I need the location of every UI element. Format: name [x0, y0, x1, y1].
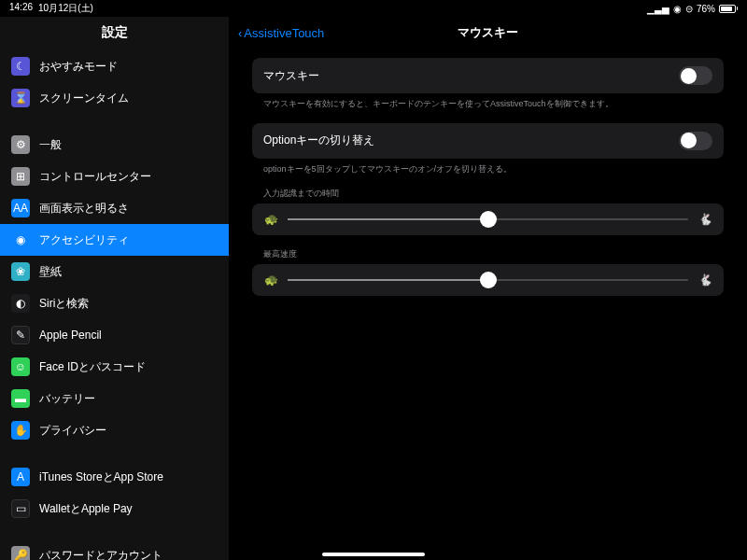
privacy-icon: ✋: [11, 421, 30, 440]
sidebar-item-display[interactable]: AA画面表示と明るさ: [0, 192, 229, 224]
sidebar-item-passwords[interactable]: 🔑パスワードとアカウント: [0, 539, 229, 560]
sidebar-item-pencil[interactable]: ✎Apple Pencil: [0, 319, 229, 351]
battery-icon: [719, 5, 738, 13]
battery-icon: ▬: [11, 389, 30, 408]
mouse-keys-desc: マウスキーを有効にすると、キーボードのテンキーを使ってAssistiveTouc…: [252, 93, 724, 110]
sidebar-item-control[interactable]: ⊞コントロールセンター: [0, 161, 229, 192]
battery-pct: 76%: [697, 4, 715, 14]
detail-header: ‹ AssistiveTouch マウスキー: [229, 17, 747, 49]
page-title: マウスキー: [458, 24, 518, 41]
sidebar-item-faceid[interactable]: ☺Face IDとパスコード: [0, 351, 229, 383]
sidebar-item-label: パスワードとアカウント: [39, 548, 162, 561]
mouse-keys-toggle[interactable]: [679, 66, 712, 85]
sidebar-item-itunes[interactable]: AiTunes StoreとApp Store: [0, 461, 229, 493]
itunes-icon: A: [11, 468, 30, 486]
back-button[interactable]: ‹ AssistiveTouch: [238, 26, 324, 40]
delay-slider[interactable]: [288, 218, 688, 220]
wifi-icon: ◉: [673, 4, 682, 14]
sidebar-item-moon[interactable]: ☾おやすみモード: [0, 50, 229, 82]
rabbit-fast-icon: 🐇: [698, 273, 712, 287]
sidebar-item-label: iTunes StoreとApp Store: [39, 469, 163, 485]
sidebar-item-label: アクセシビリティ: [39, 232, 129, 248]
sidebar-item-privacy[interactable]: ✋プライバシー: [0, 414, 229, 446]
option-key-desc: optionキーを5回タップしてマウスキーのオン/オフを切り替える。: [252, 159, 724, 175]
speed-slider-thumb[interactable]: [480, 272, 497, 288]
sidebar-item-label: 一般: [39, 137, 62, 153]
sidebar-item-siri[interactable]: ◐Siriと検索: [0, 287, 229, 319]
pencil-icon: ✎: [11, 326, 30, 344]
rabbit-fast-icon: 🐇: [698, 213, 712, 226]
back-label: AssistiveTouch: [244, 26, 324, 40]
access-icon: ◉: [11, 231, 30, 249]
moon-icon: ☾: [11, 57, 30, 76]
siri-icon: ◐: [11, 294, 30, 313]
sidebar-item-label: 壁紙: [39, 264, 62, 280]
status-time: 14:26: [9, 2, 33, 15]
sidebar-item-gear[interactable]: ⚙一般: [0, 129, 229, 161]
delay-slider-thumb[interactable]: [480, 211, 497, 228]
option-key-toggle[interactable]: [679, 132, 712, 150]
tortoise-slow-icon: 🐢: [263, 213, 278, 226]
status-date: 10月12日(土): [38, 2, 93, 15]
detail-panel: ‹ AssistiveTouch マウスキー マウスキー マウスキーを有効にする…: [229, 17, 747, 560]
sidebar-item-label: WalletとApple Pay: [39, 501, 133, 517]
sidebar-item-label: Face IDとパスコード: [39, 359, 146, 375]
option-key-label: Optionキーの切り替え: [263, 133, 374, 148]
speed-label: 最高速度: [252, 248, 724, 264]
faceid-icon: ☺: [11, 357, 30, 376]
display-icon: AA: [11, 199, 30, 217]
chevron-left-icon: ‹: [238, 26, 242, 40]
sidebar-item-wall[interactable]: ❀壁紙: [0, 256, 229, 287]
wallet-icon: ▭: [11, 499, 30, 518]
control-icon: ⊞: [11, 167, 30, 186]
passwords-icon: 🔑: [11, 546, 30, 560]
sidebar-item-label: スクリーンタイム: [39, 91, 129, 106]
sidebar-item-label: おやすみモード: [39, 59, 118, 75]
status-bar: 14:26 10月12日(土) ▁▃▅ ◉ ⊝ 76%: [0, 0, 747, 17]
sidebar-item-label: プライバシー: [39, 423, 106, 439]
sidebar-item-wallet[interactable]: ▭WalletとApple Pay: [0, 493, 229, 525]
signal-icon: ▁▃▅: [647, 4, 669, 14]
sidebar-item-battery[interactable]: ▬バッテリー: [0, 383, 229, 414]
delay-label: 入力認識までの時間: [252, 188, 724, 203]
wall-icon: ❀: [11, 262, 30, 281]
home-indicator[interactable]: [322, 553, 425, 556]
option-key-toggle-row: Optionキーの切り替え: [252, 123, 724, 159]
mouse-keys-toggle-row: マウスキー: [252, 58, 724, 93]
delay-slider-row: 🐢 🐇: [252, 203, 724, 235]
sidebar-title: 設定: [0, 17, 229, 50]
tortoise-slow-icon: 🐢: [263, 273, 278, 287]
sidebar-item-label: Apple Pencil: [39, 329, 102, 342]
sidebar-item-label: Siriと検索: [39, 296, 89, 312]
sidebar-item-label: 画面表示と明るさ: [39, 201, 129, 217]
sidebar-item-label: バッテリー: [39, 391, 95, 407]
hourglass-icon: ⌛: [11, 89, 30, 107]
mouse-keys-label: マウスキー: [263, 68, 319, 84]
rotation-lock-icon: ⊝: [685, 4, 693, 14]
gear-icon: ⚙: [11, 135, 30, 154]
settings-sidebar: 設定 ☾おやすみモード⌛スクリーンタイム⚙一般⊞コントロールセンターAA画面表示…: [0, 17, 229, 560]
speed-slider[interactable]: [288, 279, 688, 281]
sidebar-item-hourglass[interactable]: ⌛スクリーンタイム: [0, 82, 229, 114]
sidebar-item-label: コントロールセンター: [39, 169, 151, 185]
sidebar-item-access[interactable]: ◉アクセシビリティ: [0, 224, 229, 256]
speed-slider-row: 🐢 🐇: [252, 264, 724, 296]
